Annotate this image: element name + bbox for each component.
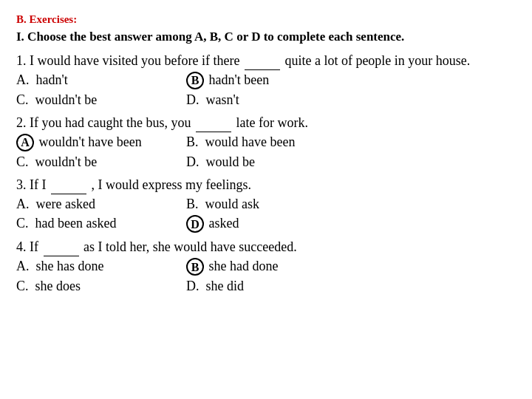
blank [196,112,231,132]
option-q1-B.: B hadn't been [186,70,408,90]
option-q1-D.: D. wasn't [186,90,408,109]
circled-answer: B [186,72,204,89]
instruction: I. Choose the best answer among A, B, C … [16,29,516,46]
circled-answer: A [16,134,34,151]
options-row-q2-2: C. wouldn't beD. would be [16,152,516,171]
option-q3-A.: A. were asked [16,194,186,214]
option-q1-C.: C. wouldn't be [16,90,186,109]
question-q4: 4. If as I told her, she would have succ… [16,236,516,296]
options-row-q3-2: C. had been askedD asked [16,214,516,233]
option-q2-A: A wouldn't have been [16,132,186,152]
circled-answer: D [186,215,204,233]
option-q3-D.: D asked [186,214,408,233]
options-row-q4-0: A. she has doneB she had done [16,256,516,276]
question-text-q4: 4. If as I told her, she would have succ… [16,236,516,256]
section-title: B. Exercises: [16,13,516,26]
options-row-q2-0: A wouldn't have beenB. would have been [16,132,516,152]
blank [245,50,280,70]
option-q4-C.: C. she does [16,276,186,296]
question-q2: 2. If you had caught the bus, you late f… [16,112,516,171]
options-row-q1-0: A. hadn'tB hadn't been [16,70,516,90]
options-row-q1-2: C. wouldn't beD. wasn't [16,90,516,109]
option-q1-A.: A. hadn't [16,70,186,90]
option-q3-C.: C. had been asked [16,214,186,233]
blank [44,236,79,256]
question-text-q2: 2. If you had caught the bus, you late f… [16,112,516,132]
question-q1: 1. I would have visited you before if th… [16,50,516,109]
option-q2-C.: C. wouldn't be [16,152,186,171]
question-text-q3: 3. If I , I would express my feelings. [16,174,516,194]
option-q4-D.: D. she did [186,276,408,296]
question-q3: 3. If I , I would express my feelings.A.… [16,174,516,233]
options-row-q4-2: C. she doesD. she did [16,276,516,296]
option-q4-B.: B she had done [186,256,408,276]
option-q2-B.: B. would have been [186,132,408,152]
blank [51,174,86,194]
circled-answer: B [186,258,204,276]
option-q3-B.: B. would ask [186,194,408,214]
question-text-q1: 1. I would have visited you before if th… [16,50,516,70]
options-row-q3-0: A. were askedB. would ask [16,194,516,214]
option-q4-A.: A. she has done [16,256,186,276]
option-q2-D.: D. would be [186,152,408,171]
